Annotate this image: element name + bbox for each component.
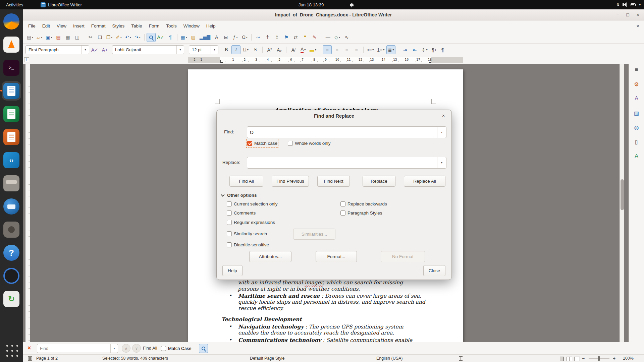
track-changes-button[interactable]: ✎ xyxy=(310,33,319,42)
find-all-button[interactable]: Find All xyxy=(229,176,263,187)
formatting-marks-button[interactable]: ¶ xyxy=(166,33,175,42)
match-case-toolbar-checkbox[interactable]: Match Case xyxy=(161,345,191,352)
paragraph-style-combo[interactable]: First Paragraph ▾ xyxy=(25,45,89,54)
find-previous-button[interactable]: ∧ xyxy=(122,344,130,353)
insert-table-button[interactable]: ▦▾ xyxy=(179,33,189,42)
dock-file-manager[interactable] xyxy=(3,175,19,191)
redo-button[interactable]: ↷▾ xyxy=(133,33,142,42)
language-status[interactable]: English (USA) xyxy=(376,356,403,361)
page-deck-button[interactable]: ▯ xyxy=(632,137,641,146)
comments-checkbox[interactable]: Comments xyxy=(227,209,256,217)
dock-firefox[interactable] xyxy=(3,13,19,29)
minimize-button[interactable]: − xyxy=(616,12,619,17)
window-titlebar[interactable]: Impact_of_Drone_Changes.docx - LibreOffi… xyxy=(23,9,644,20)
menu-edit[interactable]: Edit xyxy=(39,22,53,30)
word-count-status[interactable]: Selected: 58 words, 409 characters xyxy=(102,356,168,361)
underline-dropdown-arrow[interactable]: ▾ xyxy=(247,48,249,51)
dock-software-updater[interactable]: ↻ xyxy=(3,291,19,307)
unordered-list-button[interactable]: •≡▾ xyxy=(366,45,375,54)
menu-help[interactable]: Help xyxy=(203,22,219,30)
italic-button[interactable]: I xyxy=(231,45,240,54)
menu-insert[interactable]: Insert xyxy=(70,22,88,30)
close-window-button[interactable]: × xyxy=(637,12,639,17)
menu-table[interactable]: Table xyxy=(128,22,145,30)
replace-backwards-checkbox[interactable]: Replace backwards xyxy=(340,200,387,207)
unordered-list-dropdown-arrow[interactable]: ▾ xyxy=(372,48,374,51)
notification-bell-icon[interactable] xyxy=(350,3,354,6)
align-right-button[interactable]: ≡ xyxy=(342,45,351,54)
match-case-toolbar-checkbox-box[interactable] xyxy=(161,346,166,351)
insert-special-character-button[interactable]: Ω▾ xyxy=(240,33,249,42)
format-button[interactable]: Format... xyxy=(316,251,357,262)
page-number-status[interactable]: Page 1 of 2 xyxy=(36,356,58,361)
align-center-button[interactable]: ≡ xyxy=(332,45,341,54)
new-style-button[interactable]: A+ xyxy=(100,45,109,54)
basic-shapes-dropdown-arrow[interactable]: ▾ xyxy=(339,36,340,39)
volume-icon[interactable] xyxy=(623,2,627,7)
show-applications-button[interactable] xyxy=(3,342,19,358)
similarity-search-checkbox[interactable]: Similarity search xyxy=(227,230,267,237)
menu-styles[interactable]: Styles xyxy=(109,22,128,30)
zoom-slider-thumb[interactable] xyxy=(598,356,600,361)
ruler-strip[interactable]: 21123456789101112131415161718 xyxy=(188,57,463,63)
zoom-percent[interactable]: 100% xyxy=(623,356,634,361)
dock-thunderbird[interactable] xyxy=(3,198,19,215)
activities-button[interactable]: Activities xyxy=(0,0,29,9)
diacritic-sensitive-checkbox[interactable]: Diacritic-sensitive xyxy=(227,241,269,248)
open-file-dropdown-arrow[interactable]: ▾ xyxy=(41,36,42,39)
maximize-button[interactable]: □ xyxy=(626,12,629,17)
new-document-dropdown-arrow[interactable]: ▾ xyxy=(32,36,33,39)
whole-words-only-checkbox-box[interactable] xyxy=(288,141,293,146)
new-document-button[interactable]: ▤▾ xyxy=(25,33,35,42)
menu-tools[interactable]: Tools xyxy=(163,22,180,30)
vertical-ruler[interactable] xyxy=(25,64,30,342)
clone-formatting-dropdown-arrow[interactable]: ▾ xyxy=(120,36,122,39)
scrollbar-thumb[interactable] xyxy=(621,179,624,210)
ordered-list-button[interactable]: 1≡▾ xyxy=(376,45,386,54)
insert-text-box-button[interactable]: A xyxy=(212,33,221,42)
replace-input-dropdown[interactable]: ▾ xyxy=(437,157,446,168)
dock-libreoffice-calc[interactable] xyxy=(3,106,19,122)
insert-bookmark-button[interactable]: ⚑ xyxy=(282,33,291,42)
regular-expressions-checkbox[interactable]: Regular expressions xyxy=(227,219,275,226)
zoom-out-button[interactable]: − xyxy=(582,356,585,361)
font-name-dropdown[interactable]: ▾ xyxy=(176,46,184,54)
match-case-checkbox-box[interactable] xyxy=(247,141,252,146)
insert-special-character-dropdown-arrow[interactable]: ▾ xyxy=(246,36,248,39)
insert-endnote-button[interactable]: ‡ xyxy=(272,33,281,42)
replace-button[interactable]: Replace xyxy=(363,176,395,187)
similarity-search-checkbox-box[interactable] xyxy=(227,231,232,236)
whole-words-only-checkbox[interactable]: Whole words only xyxy=(288,140,331,147)
find-toolbar-input[interactable] xyxy=(37,344,118,353)
replace-all-button[interactable]: Replace All xyxy=(404,176,445,187)
font-name-combo[interactable]: Lohit Gujarati ▾ xyxy=(112,45,184,54)
diacritic-sensitive-checkbox-box[interactable] xyxy=(227,242,232,247)
single-page-view-button[interactable] xyxy=(560,357,564,361)
increase-paragraph-spacing-button[interactable]: ¶+ xyxy=(430,45,439,54)
redo-dropdown-arrow[interactable]: ▾ xyxy=(139,36,141,39)
comments-checkbox-box[interactable] xyxy=(227,210,232,216)
insert-line-button[interactable]: — xyxy=(323,33,332,42)
undo-dropdown-arrow[interactable]: ▾ xyxy=(130,36,131,39)
find-toolbar-input-dropdown[interactable]: ▾ xyxy=(110,344,118,353)
paragraph-styles-checkbox[interactable]: Paragraph Styles xyxy=(340,209,382,217)
close-document-button[interactable]: × xyxy=(636,23,639,29)
save-dropdown-arrow[interactable]: ▾ xyxy=(51,36,52,39)
close-find-toolbar-button[interactable]: × xyxy=(28,345,31,351)
dock-help[interactable]: ? xyxy=(3,245,19,261)
undo-button[interactable]: ↶▾ xyxy=(124,33,133,42)
focused-app-indicator[interactable]: LibreOffice Writer xyxy=(41,2,82,7)
menu-form[interactable]: Form xyxy=(146,22,163,30)
insert-table-dropdown-arrow[interactable]: ▾ xyxy=(186,36,187,39)
print-button[interactable]: ▦ xyxy=(63,33,72,42)
insert-hyperlink-button[interactable]: ∾ xyxy=(254,33,263,42)
decrease-paragraph-spacing-button[interactable]: ¶− xyxy=(439,45,448,54)
menu-window[interactable]: Window xyxy=(180,22,203,30)
copy-button[interactable]: ❏ xyxy=(96,33,105,42)
dock-libreoffice-writer[interactable] xyxy=(3,83,19,99)
zoom-in-button[interactable]: + xyxy=(613,356,615,361)
dock-libreoffice-impress[interactable] xyxy=(3,129,19,145)
decrease-indent-button[interactable]: ⇤ xyxy=(410,45,419,54)
insert-comment-button[interactable]: ❝ xyxy=(301,33,310,42)
insert-page-break-button[interactable]: ⊟ xyxy=(221,33,230,42)
